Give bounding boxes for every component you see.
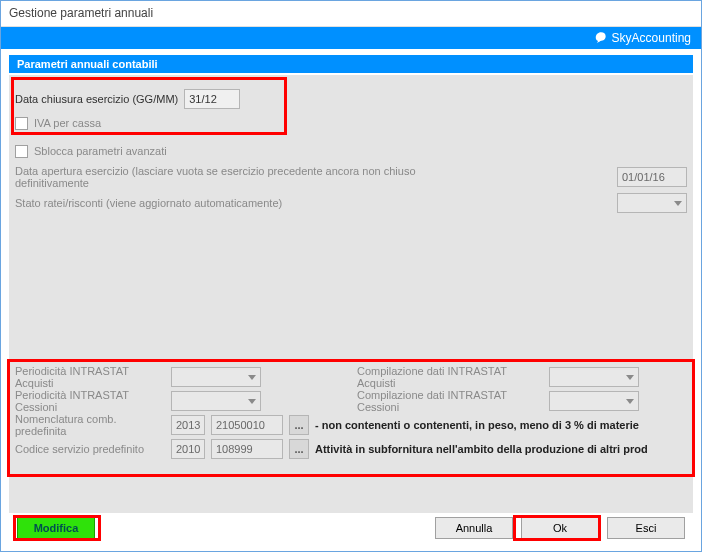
period-intrastat-acq-select[interactable] <box>171 367 261 387</box>
titlebar: Gestione parametri annuali <box>1 1 701 27</box>
period-intrastat-ces-select[interactable] <box>171 391 261 411</box>
codice-servizio-year-input[interactable] <box>171 439 205 459</box>
comp-intrastat-acq-select[interactable] <box>549 367 639 387</box>
codice-servizio-code-input[interactable] <box>211 439 283 459</box>
stato-ratei-select[interactable] <box>617 193 687 213</box>
data-apertura-input[interactable] <box>617 167 687 187</box>
chevron-down-icon <box>626 375 634 380</box>
stato-ratei-label: Stato ratei/risconti (viene aggiornato a… <box>15 197 282 209</box>
period-intrastat-acq-label: Periodicità INTRASTAT Acquisti <box>15 365 165 389</box>
sblocca-checkbox[interactable] <box>15 145 28 158</box>
brand-icon <box>594 31 608 45</box>
window: Gestione parametri annuali SkyAccounting… <box>0 0 702 552</box>
data-apertura-label: Data apertura esercizio (lasciare vuota … <box>15 165 465 189</box>
comp-intrastat-acq-label: Compilazione dati INTRASTAT Acquisti <box>357 365 543 389</box>
comp-intrastat-ces-select[interactable] <box>549 391 639 411</box>
codice-servizio-browse-button[interactable]: ... <box>289 439 309 459</box>
data-chiusura-label: Data chiusura esercizio (GG/MM) <box>15 93 178 105</box>
nomenclatura-desc: - non contenenti o contenenti, in peso, … <box>315 419 687 431</box>
chevron-down-icon <box>674 201 682 206</box>
content-area: Data chiusura esercizio (GG/MM) IVA per … <box>9 75 693 513</box>
nomenclatura-code-input[interactable] <box>211 415 283 435</box>
chevron-down-icon <box>626 399 634 404</box>
chevron-down-icon <box>248 399 256 404</box>
period-intrastat-ces-label: Periodicità INTRASTAT Cessioni <box>15 389 165 413</box>
section-title: Parametri annuali contabili <box>17 58 158 70</box>
annulla-button[interactable]: Annulla <box>435 517 513 539</box>
iva-per-cassa-label: IVA per cassa <box>34 117 101 129</box>
nomenclatura-label: Nomenclatura comb. predefinita <box>15 413 165 437</box>
section-header: Parametri annuali contabili <box>9 55 693 73</box>
chevron-down-icon <box>248 375 256 380</box>
brand-bar: SkyAccounting <box>1 27 701 49</box>
codice-servizio-label: Codice servizio predefinito <box>15 443 165 455</box>
modifica-button[interactable]: Modifica <box>17 517 95 539</box>
ok-button[interactable]: Ok <box>521 517 599 539</box>
comp-intrastat-ces-label: Compilazione dati INTRASTAT Cessioni <box>357 389 543 413</box>
sblocca-label: Sblocca parametri avanzati <box>34 145 167 157</box>
window-title: Gestione parametri annuali <box>9 6 153 20</box>
codice-servizio-desc: Attività in subfornitura nell'ambito del… <box>315 443 687 455</box>
iva-per-cassa-checkbox[interactable] <box>15 117 28 130</box>
brand-label: SkyAccounting <box>612 31 691 45</box>
inner-pane: Parametri annuali contabili Data chiusur… <box>1 49 701 551</box>
buttons-bar: Modifica Annulla Ok Esci <box>9 513 693 543</box>
nomenclatura-browse-button[interactable]: ... <box>289 415 309 435</box>
nomenclatura-year-input[interactable] <box>171 415 205 435</box>
esci-button[interactable]: Esci <box>607 517 685 539</box>
data-chiusura-input[interactable] <box>184 89 240 109</box>
